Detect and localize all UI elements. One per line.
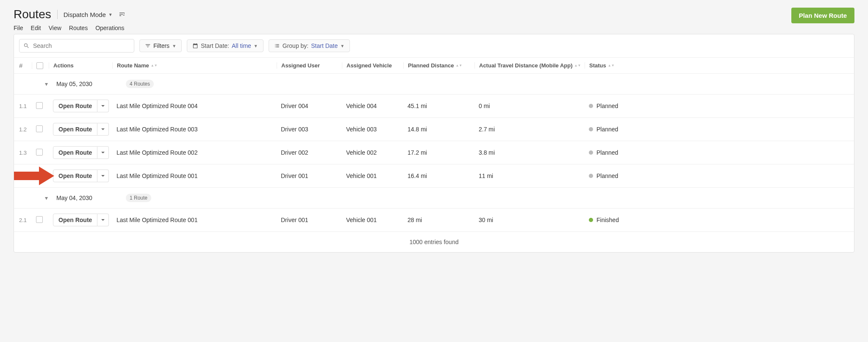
row-index: 1.3 <box>19 150 36 156</box>
cell-assigned-user: Driver 002 <box>281 149 346 156</box>
row-checkbox[interactable] <box>36 149 43 156</box>
cell-route-name: Last Mile Optimized Route 001 <box>116 172 281 179</box>
column-actions: Actions <box>49 62 116 69</box>
calendar-icon <box>192 43 198 49</box>
routes-panel: Filters ▼ Start Date: All time ▼ Group b… <box>14 34 854 253</box>
open-route-dropdown[interactable] <box>97 100 109 112</box>
filters-label: Filters <box>153 42 169 49</box>
open-route-button[interactable]: Open Route <box>53 146 97 159</box>
menu-edit[interactable]: Edit <box>31 25 41 31</box>
cell-assigned-user: Driver 001 <box>281 217 346 223</box>
table-row: 2.1 Open Route Last Mile Optimized Route… <box>14 209 854 232</box>
sort-icon: ▲▼ <box>455 64 462 67</box>
cell-route-name: Last Mile Optimized Route 002 <box>116 149 281 156</box>
open-route-button[interactable]: Open Route <box>53 214 97 226</box>
row-checkbox[interactable] <box>36 172 43 179</box>
group-by-value: Start Date <box>311 42 338 49</box>
cell-status: Planned <box>589 149 652 156</box>
cell-status: Planned <box>589 103 652 109</box>
start-date-filter[interactable]: Start Date: All time ▼ <box>187 39 263 52</box>
sort-icon: ▲▼ <box>151 64 158 67</box>
cell-actual-distance: 2.7 mi <box>479 126 589 133</box>
menu-routes[interactable]: Routes <box>69 25 88 31</box>
search-input[interactable] <box>19 39 134 53</box>
group-by-filter[interactable]: Group by: Start Date ▼ <box>269 39 350 52</box>
cell-assigned-user: Driver 003 <box>281 126 346 133</box>
cell-planned-distance: 14.8 mi <box>408 126 479 133</box>
cell-planned-distance: 16.4 mi <box>408 172 479 179</box>
plan-new-route-button[interactable]: Plan New Route <box>791 8 854 23</box>
group-date: May 05, 2030 <box>56 81 120 87</box>
menu-bar: File Edit View Routes Operations <box>14 25 125 31</box>
sort-icon: ▲▼ <box>574 64 581 67</box>
settings-icon[interactable] <box>119 11 125 19</box>
open-route-dropdown[interactable] <box>97 214 109 226</box>
menu-file[interactable]: File <box>14 25 23 31</box>
cell-assigned-vehicle: Vehicle 001 <box>346 217 408 223</box>
column-assigned-user: Assigned User <box>277 62 346 69</box>
chevron-down-icon: ▼ <box>172 44 176 48</box>
chevron-down-icon[interactable]: ▾ <box>42 195 50 201</box>
cell-route-name: Last Mile Optimized Route 004 <box>116 103 281 109</box>
cell-assigned-vehicle: Vehicle 002 <box>346 149 408 156</box>
status-dot-icon <box>589 218 593 222</box>
open-route-button[interactable]: Open Route <box>53 100 97 112</box>
filters-button[interactable]: Filters ▼ <box>139 39 182 52</box>
table-row: 1.3 Open Route Last Mile Optimized Route… <box>14 141 854 164</box>
column-route-name[interactable]: Route Name▲▼ <box>112 62 281 69</box>
list-icon <box>274 43 280 49</box>
group-by-label: Group by: <box>283 42 308 49</box>
status-dot-icon <box>589 174 593 178</box>
row-index: 2.1 <box>19 217 36 223</box>
column-actual-distance[interactable]: Actual Travel Distance (Mobile App)▲▼ <box>474 62 589 69</box>
start-date-value: All time <box>232 42 251 49</box>
cell-assigned-user: Driver 004 <box>281 103 346 109</box>
cell-planned-distance: 45.1 mi <box>408 103 479 109</box>
cell-actual-distance: 11 mi <box>479 172 589 179</box>
table-row: 1.2 Open Route Last Mile Optimized Route… <box>14 118 854 141</box>
search-icon <box>23 43 30 49</box>
chevron-down-icon: ▼ <box>340 44 344 48</box>
dispatch-mode-label: Dispatch Mode <box>64 11 106 18</box>
cell-assigned-vehicle: Vehicle 001 <box>346 172 408 179</box>
open-route-button[interactable]: Open Route <box>53 170 97 182</box>
cell-planned-distance: 17.2 mi <box>408 149 479 156</box>
open-route-dropdown[interactable] <box>97 170 109 182</box>
group-count-badge: 1 Route <box>126 194 151 202</box>
chevron-down-icon: ▼ <box>254 44 258 48</box>
status-dot-icon <box>589 150 593 155</box>
cell-route-name: Last Mile Optimized Route 003 <box>116 126 281 133</box>
start-date-label: Start Date: <box>201 42 229 49</box>
group-count-badge: 4 Routes <box>126 80 154 88</box>
row-checkbox[interactable] <box>36 125 43 132</box>
filter-icon <box>145 43 151 49</box>
status-dot-icon <box>589 127 593 131</box>
open-route-button[interactable]: Open Route <box>53 123 97 136</box>
row-index: 1.1 <box>19 103 36 109</box>
chevron-down-icon[interactable]: ▾ <box>42 81 50 87</box>
divider <box>57 10 58 19</box>
table-header: # Actions Route Name▲▼ Assigned User Ass… <box>14 57 854 74</box>
menu-view[interactable]: View <box>49 25 61 31</box>
cell-assigned-user: Driver 001 <box>281 172 346 179</box>
row-checkbox[interactable] <box>36 216 43 223</box>
row-checkbox[interactable] <box>36 102 43 109</box>
cell-route-name: Last Mile Optimized Route 001 <box>116 217 281 223</box>
column-assigned-vehicle: Assigned Vehicle <box>342 62 408 69</box>
cell-planned-distance: 28 mi <box>408 217 479 223</box>
chevron-down-icon: ▼ <box>108 12 113 17</box>
table-row: 1.1 Open Route Last Mile Optimized Route… <box>14 95 854 118</box>
status-dot-icon <box>589 104 593 108</box>
open-route-dropdown[interactable] <box>97 146 109 159</box>
menu-operations[interactable]: Operations <box>95 25 124 31</box>
page-title: Routes <box>14 8 51 21</box>
open-route-dropdown[interactable] <box>97 123 109 136</box>
group-row: ▾ May 04, 2030 1 Route <box>14 188 854 209</box>
select-all-checkbox[interactable] <box>36 62 43 69</box>
table-row: Open Route Last Mile Optimized Route 001… <box>14 164 854 188</box>
column-status[interactable]: Status▲▼ <box>585 62 652 69</box>
dispatch-mode-dropdown[interactable]: Dispatch Mode ▼ <box>64 11 113 18</box>
cell-actual-distance: 30 mi <box>479 217 589 223</box>
column-planned-distance[interactable]: Planned Distance▲▼ <box>403 62 479 69</box>
cell-status: Planned <box>589 172 652 179</box>
